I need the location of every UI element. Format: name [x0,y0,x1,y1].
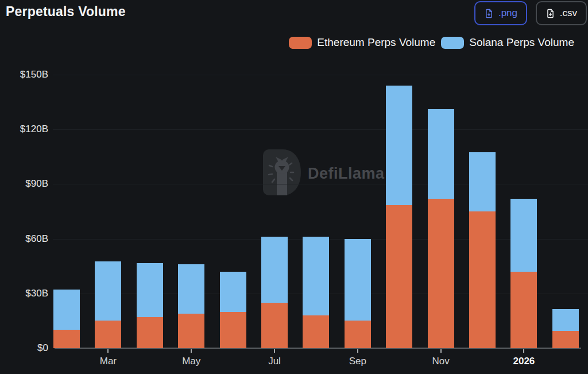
x-axis-tick [440,349,442,353]
ethereum-bar-segment[interactable] [95,321,121,348]
download-csv-label: .csv [560,7,577,19]
bar-stack [510,199,537,348]
download-png-label: .png [498,7,517,19]
solana-bar-segment[interactable] [386,86,412,205]
legend-label: Solana Perps Volume [469,36,574,49]
solana-swatch-icon [441,37,464,49]
x-axis-tick [357,349,358,353]
watermark-label: DefiLlama [308,165,385,183]
ethereum-bar-segment[interactable] [510,272,537,348]
x-axis-label: Mar [82,355,134,368]
ethereum-bar-segment[interactable] [53,330,80,348]
page-title: Perpetuals Volume [6,4,126,20]
solana-bar-segment[interactable] [178,264,204,314]
x-axis-tick [107,349,109,353]
x-axis-label: Sep [332,355,384,368]
x-axis-tick [191,349,192,353]
ethereum-bar-segment[interactable] [345,321,371,348]
x-axis-label: Jul [249,355,300,368]
defillama-watermark: DefiLlama [263,149,385,198]
y-axis-label: $0 [10,342,48,354]
ethereum-bar-segment[interactable] [428,199,454,348]
legend-label: Ethereum Perps Volume [317,36,435,49]
ethereum-swatch-icon [289,37,312,49]
ethereum-bar-segment[interactable] [178,314,204,348]
x-axis-label: Nov [415,355,467,368]
ethereum-bar-segment[interactable] [303,315,329,348]
legend-item-solana[interactable]: Solana Perps Volume [441,36,574,49]
bar-stack [53,290,80,348]
ethereum-bar-segment[interactable] [137,317,163,348]
bar-stack [137,263,163,348]
solana-bar-segment[interactable] [345,239,371,321]
y-axis-label: $60B [10,233,48,245]
ethereum-bar-segment[interactable] [220,312,246,348]
x-axis-label: May [165,355,217,368]
solana-bar-segment[interactable] [303,237,329,315]
solana-bar-segment[interactable] [428,109,454,198]
ethereum-bar-segment[interactable] [261,303,288,348]
y-axis-label: $90B [10,178,48,190]
solana-bar-segment[interactable] [95,261,121,321]
bar-stack [220,272,246,348]
solana-bar-segment[interactable] [53,290,80,330]
download-file-icon [546,9,555,18]
x-axis-tick [523,349,524,353]
defillama-llama-logo-icon [263,149,301,198]
solana-bar-segment[interactable] [261,237,288,302]
bar-stack [469,152,496,348]
bar-stack [386,86,412,348]
bar-stack [261,237,288,348]
ethereum-bar-segment[interactable] [552,331,579,348]
chart-legend: Ethereum Perps Volume Solana Perps Volum… [289,36,574,49]
y-axis-label: $120B [10,124,48,135]
x-axis-label: 2026 [498,355,550,368]
bar-stack [95,261,121,348]
download-png-button[interactable]: .png [474,1,527,25]
bar-stack [552,309,579,348]
gridline [53,184,588,184]
perpetuals-volume-panel: Perpetuals Volume .png .csv Ethereum [0,0,588,374]
solana-bar-segment[interactable] [552,309,579,331]
solana-bar-segment[interactable] [220,272,246,312]
download-csv-button[interactable]: .csv [536,1,587,25]
ethereum-bar-segment[interactable] [386,205,412,348]
y-axis-label: $30B [10,288,48,299]
ethereum-bar-segment[interactable] [469,211,496,348]
bar-stack [178,264,204,348]
bar-stack [428,109,454,348]
bar-stack [303,237,329,348]
x-axis-tick [274,349,275,353]
gridline [53,75,588,75]
solana-bar-segment[interactable] [510,199,537,272]
solana-bar-segment[interactable] [469,152,496,211]
legend-item-ethereum[interactable]: Ethereum Perps Volume [289,36,435,49]
solana-bar-segment[interactable] [137,263,163,317]
bar-stack [345,239,371,348]
gridline [53,129,588,130]
y-axis-label: $150B [10,69,48,80]
download-file-icon [484,9,494,18]
